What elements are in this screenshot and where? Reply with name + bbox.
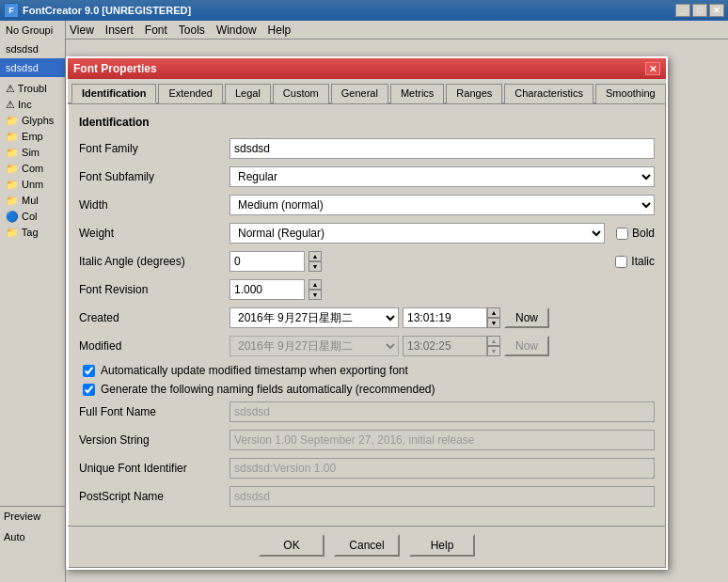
created-date-select[interactable]: 2016年 9月27日星期二 — [229, 307, 399, 328]
tab-identification[interactable]: Identification — [71, 84, 156, 103]
tab-smoothing[interactable]: Smoothing — [595, 84, 666, 103]
italic-angle-row: Italic Angle (degrees) ▲ ▼ Italic — [79, 251, 655, 272]
modified-label: Modified — [79, 339, 229, 353]
italic-angle-input[interactable] — [229, 251, 305, 272]
created-now-button[interactable]: Now — [504, 307, 549, 328]
tab-legal[interactable]: Legal — [225, 84, 271, 103]
group-label: No Groupi — [0, 21, 65, 39]
modified-date-select[interactable]: 2016年 9月27日星期二 — [229, 336, 399, 356]
bold-check-group: Bold — [616, 227, 655, 240]
menu-tools[interactable]: Tools — [173, 22, 211, 39]
modified-time-input[interactable] — [403, 336, 487, 356]
postscript-name-control — [229, 486, 655, 507]
glyphs-item: 📁 Glyphs — [0, 113, 65, 129]
minimize-button[interactable]: _ — [675, 4, 690, 17]
italic-angle-up[interactable]: ▲ — [309, 251, 322, 261]
bold-checkbox[interactable] — [616, 228, 628, 240]
created-datetime: 2016年 9月27日星期二 ▲ ▼ Now — [229, 307, 655, 328]
ok-button[interactable]: OK — [259, 534, 324, 557]
com-item: 📁 Com — [0, 161, 65, 177]
italic-checkbox[interactable] — [615, 256, 627, 268]
font-subfamily-select[interactable]: Regular Bold Italic Bold Italic — [229, 166, 655, 187]
cancel-button[interactable]: Cancel — [334, 534, 400, 557]
font-properties-dialog: Font Properties ✕ Identification Extende… — [66, 56, 668, 570]
inc-item: ⚠ Inc — [0, 97, 65, 113]
app-title: FontCreator 9.0 [UNREGISTERED] — [23, 5, 191, 16]
full-font-name-input[interactable] — [229, 401, 655, 422]
dialog-title: Font Properties — [73, 62, 157, 75]
bold-label: Bold — [632, 227, 655, 240]
tab-characteristics[interactable]: Characteristics — [504, 84, 593, 103]
unique-font-id-control — [229, 458, 655, 479]
font-family-input[interactable] — [229, 138, 655, 159]
app-icon: F — [4, 3, 19, 18]
auto-update-checkbox[interactable] — [83, 365, 95, 377]
modified-control: 2016年 9月27日星期二 ▲ ▼ Now — [229, 336, 655, 356]
italic-label: Italic — [631, 255, 655, 268]
width-label: Width — [79, 198, 229, 212]
menu-font[interactable]: Font — [139, 22, 173, 39]
mul-item: 📁 Mul — [0, 193, 65, 209]
modified-time-up[interactable]: ▲ — [487, 336, 500, 346]
tab-extended[interactable]: Extended — [158, 84, 222, 103]
maximize-button[interactable]: □ — [692, 4, 707, 17]
menu-insert[interactable]: Insert — [100, 22, 139, 39]
postscript-name-label: PostScript Name — [79, 490, 229, 503]
font-subfamily-control: Regular Bold Italic Bold Italic — [229, 166, 655, 187]
sim-item: 📁 Sim — [0, 145, 65, 161]
section-title: Identification — [79, 116, 655, 129]
font-revision-label: Font Revision — [79, 283, 229, 296]
version-string-input[interactable] — [229, 430, 655, 450]
modified-datetime: 2016年 9月27日星期二 ▲ ▼ Now — [229, 336, 655, 356]
tab-general[interactable]: General — [331, 84, 388, 103]
modified-now-button[interactable]: Now — [504, 336, 549, 356]
font-revision-control: ▲ ▼ — [229, 279, 655, 300]
font-subfamily-label: Font Subfamily — [79, 170, 229, 183]
modified-time-spinner: ▲ ▼ — [403, 336, 500, 356]
tab-strip: Identification Extended Legal Custom Gen… — [68, 79, 666, 104]
unique-font-id-input[interactable] — [229, 458, 655, 479]
tab-metrics[interactable]: Metrics — [390, 84, 444, 103]
dialog-footer: OK Cancel Help — [68, 526, 666, 568]
full-font-name-row: Full Font Name — [79, 401, 655, 422]
auto-naming-label: Generate the following naming fields aut… — [101, 383, 435, 396]
font-revision-down[interactable]: ▼ — [309, 290, 322, 300]
postscript-name-row: PostScript Name — [79, 486, 655, 507]
auto-update-label: Automatically update modified timestamp … — [101, 364, 408, 377]
font-family-row: Font Family — [79, 138, 655, 159]
italic-angle-spinner: ▲ ▼ — [229, 251, 322, 272]
help-button[interactable]: Help — [409, 534, 475, 557]
menu-window[interactable]: Window — [211, 22, 262, 39]
italic-angle-down[interactable]: ▼ — [309, 261, 322, 272]
close-button[interactable]: ✕ — [709, 4, 724, 17]
menu-view[interactable]: View — [64, 22, 100, 39]
titlebar-buttons: _ □ ✕ — [675, 4, 724, 17]
postscript-name-input[interactable] — [229, 486, 655, 507]
font-revision-up[interactable]: ▲ — [309, 279, 322, 290]
weight-select[interactable]: Thin Extra Light Light Normal (Regular) … — [229, 223, 605, 244]
menu-help[interactable]: Help — [262, 22, 297, 39]
auto-update-row: Automatically update modified timestamp … — [79, 364, 655, 377]
col-item: 🔵 Col — [0, 209, 65, 225]
weight-control: Thin Extra Light Light Normal (Regular) … — [229, 223, 655, 244]
weight-row: Weight Thin Extra Light Light Normal (Re… — [79, 223, 655, 244]
font-revision-input[interactable] — [229, 279, 305, 300]
menubar: File Edit View Insert Font Tools Window … — [0, 21, 728, 39]
auto-naming-checkbox[interactable] — [83, 384, 95, 396]
created-time-spinner: ▲ ▼ — [403, 307, 500, 328]
font-subfamily-row: Font Subfamily Regular Bold Italic Bold … — [79, 166, 655, 187]
created-time-down[interactable]: ▼ — [487, 318, 500, 328]
tab-custom[interactable]: Custom — [273, 84, 329, 103]
width-select[interactable]: Ultra-condensed Extra-condensed Condense… — [229, 195, 655, 215]
left-panel: No Groupi sdsdsd sdsdsd ⚠ Troubl ⚠ Inc 📁… — [0, 21, 66, 582]
font-entry[interactable]: sdsdsd — [0, 58, 65, 77]
modified-time-down[interactable]: ▼ — [487, 346, 500, 356]
created-time-input[interactable] — [403, 307, 487, 328]
font-label: sdsdsd — [0, 39, 65, 58]
preview-label: Preview — [0, 506, 65, 526]
preview-auto: Auto — [0, 529, 65, 544]
created-time-up[interactable]: ▲ — [487, 307, 500, 318]
unm-item: 📁 Unm — [0, 177, 65, 193]
tab-ranges[interactable]: Ranges — [446, 84, 502, 103]
dialog-close-button[interactable]: ✕ — [645, 62, 660, 75]
